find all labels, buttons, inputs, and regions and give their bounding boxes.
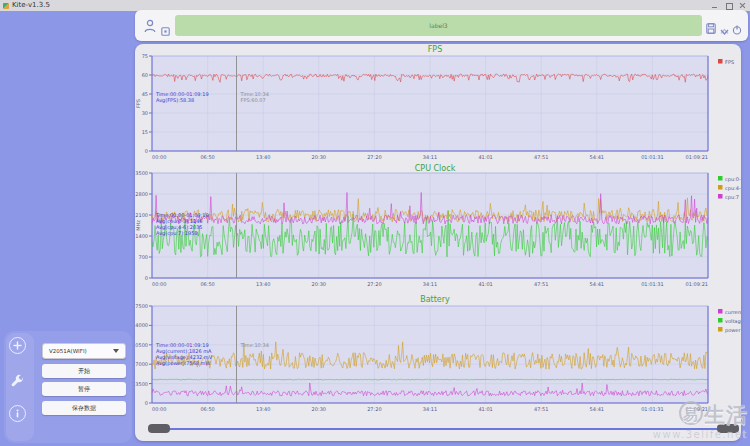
svg-text:current: current bbox=[725, 309, 741, 315]
svg-text:34:11: 34:11 bbox=[423, 281, 437, 287]
svg-text:27:20: 27:20 bbox=[367, 281, 381, 287]
svg-text:54:41: 54:41 bbox=[590, 406, 604, 412]
battery-chart[interactable]: Battery00:0006:5013:4020:3027:2034:1141:… bbox=[135, 292, 741, 420]
device-select[interactable]: V2051A(WIFI) bbox=[42, 343, 126, 359]
svg-text:13:40: 13:40 bbox=[256, 281, 270, 287]
app-window: Kite-v1.3.5 label3 FPS00:0006:5013:4020:… bbox=[0, 0, 750, 446]
svg-text:Avg(FPS):58.38: Avg(FPS):58.38 bbox=[156, 97, 194, 104]
fps-chart[interactable]: FPS00:0006:5013:4020:3027:2034:1141:0147… bbox=[135, 42, 741, 160]
svg-text:cpu:7: cpu:7 bbox=[725, 194, 739, 201]
svg-text:FPS:60.07: FPS:60.07 bbox=[241, 97, 266, 103]
save-data-button[interactable]: 保存数据 bbox=[42, 401, 126, 415]
svg-text:01:01:31: 01:01:31 bbox=[641, 281, 663, 287]
pause-button[interactable]: 暂停 bbox=[42, 382, 126, 396]
svg-text:00:00: 00:00 bbox=[152, 281, 166, 287]
svg-text:10500: 10500 bbox=[135, 342, 148, 348]
top-toolbar: label3 bbox=[135, 10, 748, 41]
svg-text:0: 0 bbox=[145, 275, 148, 281]
svg-text:75: 75 bbox=[142, 53, 148, 59]
svg-text:700: 700 bbox=[138, 254, 148, 260]
svg-text:0: 0 bbox=[145, 400, 148, 406]
close-icon[interactable] bbox=[739, 2, 746, 9]
tools-button[interactable] bbox=[9, 373, 26, 390]
svg-text:14000: 14000 bbox=[135, 322, 148, 328]
svg-text:CPU Clock: CPU Clock bbox=[415, 164, 456, 173]
svg-text:13:40: 13:40 bbox=[256, 406, 270, 412]
screenshot-icon[interactable] bbox=[720, 21, 729, 40]
svg-text:power: power bbox=[725, 327, 741, 334]
svg-text:3500: 3500 bbox=[135, 170, 148, 176]
svg-text:01:01:31: 01:01:31 bbox=[641, 406, 663, 412]
svg-text:45: 45 bbox=[142, 91, 148, 97]
svg-text:cpu:0-3: cpu:0-3 bbox=[725, 176, 741, 183]
app-icon bbox=[3, 3, 9, 9]
svg-text:2100: 2100 bbox=[135, 212, 148, 218]
svg-text:47:51: 47:51 bbox=[534, 406, 548, 412]
svg-text:FPS: FPS bbox=[135, 99, 141, 108]
svg-text:60: 60 bbox=[142, 72, 148, 78]
svg-text:27:20: 27:20 bbox=[367, 406, 381, 412]
save-icon[interactable] bbox=[706, 19, 716, 38]
svg-text:20:30: 20:30 bbox=[312, 281, 326, 287]
time-range-scrollbar[interactable] bbox=[149, 428, 739, 430]
svg-text:06:50: 06:50 bbox=[200, 406, 214, 412]
user-icon[interactable] bbox=[144, 18, 156, 37]
svg-text:01:09:21: 01:09:21 bbox=[686, 281, 708, 287]
add-device-button[interactable] bbox=[9, 337, 26, 354]
svg-text:06:50: 06:50 bbox=[200, 281, 214, 287]
svg-text:30: 30 bbox=[142, 110, 148, 116]
power-icon[interactable] bbox=[732, 20, 742, 39]
svg-text:MHz: MHz bbox=[135, 220, 141, 231]
svg-text:voltage: voltage bbox=[725, 318, 741, 325]
svg-text:Battery: Battery bbox=[420, 295, 450, 304]
cpu-clock-chart[interactable]: CPU Clock00:0006:5013:4020:3027:2034:114… bbox=[135, 160, 741, 292]
window-title: Kite-v1.3.5 bbox=[12, 2, 50, 9]
svg-text:15: 15 bbox=[142, 129, 148, 135]
label-bar-text: label3 bbox=[429, 22, 447, 29]
svg-text:FPS: FPS bbox=[428, 45, 443, 54]
info-icon bbox=[13, 409, 22, 418]
svg-text:cpu:4-6: cpu:4-6 bbox=[725, 185, 741, 192]
svg-text:1400: 1400 bbox=[135, 233, 148, 239]
wrench-icon bbox=[10, 374, 25, 389]
svg-text:Avg(power):7568 mW: Avg(power):7568 mW bbox=[156, 360, 210, 367]
label-bar[interactable]: label3 bbox=[175, 15, 702, 36]
scrollbar-right-thumb[interactable] bbox=[717, 424, 739, 433]
svg-text:34:11: 34:11 bbox=[423, 406, 437, 412]
svg-text:47:51: 47:51 bbox=[534, 281, 548, 287]
start-button[interactable]: 开始 bbox=[42, 364, 126, 378]
chevron-down-icon bbox=[113, 349, 119, 353]
svg-text:Time:10:34: Time:10:34 bbox=[240, 342, 269, 348]
svg-text:41:01: 41:01 bbox=[478, 406, 492, 412]
scrollbar-left-thumb[interactable] bbox=[148, 424, 170, 433]
maximize-icon[interactable] bbox=[725, 2, 732, 9]
svg-text:7000: 7000 bbox=[135, 361, 148, 367]
svg-text:2800: 2800 bbox=[135, 191, 148, 197]
svg-text:41:01: 41:01 bbox=[478, 281, 492, 287]
svg-text:Avg(cpu:7):1958: Avg(cpu:7):1958 bbox=[156, 230, 198, 237]
device-icon[interactable] bbox=[161, 21, 170, 40]
svg-text:01:09:21: 01:09:21 bbox=[686, 406, 708, 412]
device-select-value: V2051A(WIFI) bbox=[43, 348, 113, 354]
svg-text:20:30: 20:30 bbox=[312, 406, 326, 412]
svg-text:54:41: 54:41 bbox=[590, 281, 604, 287]
info-button[interactable] bbox=[9, 405, 26, 422]
plus-icon bbox=[13, 341, 22, 350]
svg-text:17500: 17500 bbox=[135, 303, 148, 309]
svg-text:FPS: FPS bbox=[725, 59, 734, 65]
svg-text:00:00: 00:00 bbox=[152, 406, 166, 412]
svg-text:3500: 3500 bbox=[135, 381, 148, 387]
minimize-icon[interactable] bbox=[711, 2, 718, 9]
svg-text:0: 0 bbox=[145, 148, 148, 154]
